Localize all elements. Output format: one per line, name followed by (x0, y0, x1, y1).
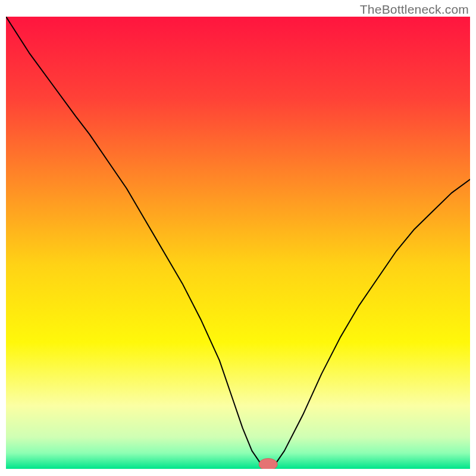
optimum-marker (259, 459, 277, 469)
watermark-text: TheBottleneck.com (360, 2, 469, 17)
bottleneck-chart (6, 17, 470, 469)
chart-background (6, 17, 470, 469)
